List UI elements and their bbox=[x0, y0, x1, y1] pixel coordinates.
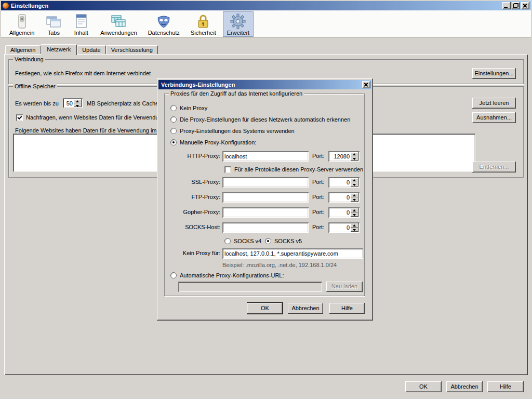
gopher-port-input[interactable] bbox=[329, 208, 350, 217]
radio-no-proxy[interactable]: Kein Proxy bbox=[170, 104, 207, 112]
radio-icon[interactable] bbox=[224, 238, 231, 244]
ask-offline-checkbox[interactable] bbox=[16, 114, 23, 121]
spin-up-icon[interactable] bbox=[351, 152, 358, 156]
spin-up-icon[interactable] bbox=[351, 208, 358, 212]
gopher-port-spinner[interactable] bbox=[328, 207, 360, 218]
ssl-port-spinner[interactable] bbox=[328, 177, 360, 188]
spin-down-icon[interactable] bbox=[351, 228, 358, 232]
toolbar-item-erweitert[interactable]: Erweitert bbox=[223, 11, 254, 37]
spin-up-icon[interactable] bbox=[74, 99, 82, 103]
radio-icon[interactable] bbox=[170, 139, 177, 145]
toolbar-item-tabs[interactable]: Tabs bbox=[41, 11, 66, 37]
radio-icon[interactable] bbox=[170, 128, 177, 134]
firefox-logo-icon bbox=[3, 3, 9, 9]
toolbar-label-inhalt: Inhalt bbox=[74, 30, 88, 36]
toolbar-item-anwendungen[interactable]: Anwendungen bbox=[96, 11, 141, 37]
restore-icon bbox=[513, 3, 518, 8]
cancel-button[interactable]: Abbrechen bbox=[446, 381, 483, 392]
general-icon bbox=[14, 13, 30, 30]
cache-spin-buttons bbox=[74, 99, 82, 107]
ask-offline-row[interactable]: Nachfragen, wenn Websites Daten für die … bbox=[16, 114, 158, 121]
toolbar-item-datenschutz[interactable]: Datenschutz bbox=[144, 11, 184, 37]
exceptions-button[interactable]: Ausnahmen... bbox=[472, 112, 516, 123]
http-port-label: Port: bbox=[312, 153, 324, 159]
spin-down-icon[interactable] bbox=[74, 103, 82, 108]
radio-manual-proxy[interactable]: Manuelle Proxy-Konfiguration: bbox=[170, 139, 256, 146]
toolbar-label-sicherheit: Sicherheit bbox=[191, 30, 216, 36]
toolbar-item-inhalt[interactable]: Inhalt bbox=[69, 11, 94, 37]
ok-button[interactable]: OK bbox=[405, 381, 442, 392]
reload-button[interactable]: Neu laden bbox=[326, 282, 363, 292]
dialog-ok-button[interactable]: OK bbox=[247, 303, 283, 314]
share-proxy-checkbox[interactable] bbox=[224, 166, 231, 173]
http-port-spinner[interactable] bbox=[328, 151, 360, 162]
socks-host-input[interactable] bbox=[222, 222, 309, 233]
firefox-preferences-window: Einstellungen Allgemein Tabs bbox=[0, 0, 532, 399]
toolbar-label-erweitert: Erweitert bbox=[227, 30, 249, 36]
dialog-help-button[interactable]: Hilfe bbox=[329, 303, 365, 314]
socks-v5-label: SOCKS v5 bbox=[274, 238, 302, 245]
toolbar-item-sicherheit[interactable]: Sicherheit bbox=[187, 11, 220, 37]
spin-up-icon[interactable] bbox=[351, 193, 358, 197]
radio-icon[interactable] bbox=[265, 238, 271, 244]
auto-config-url-input[interactable] bbox=[178, 282, 322, 292]
window-controls bbox=[501, 2, 529, 9]
minimize-button[interactable] bbox=[502, 2, 511, 9]
cache-size-spinner[interactable] bbox=[63, 98, 83, 108]
offline-group-title: Offline-Speicher bbox=[13, 83, 57, 90]
remove-website-button[interactable]: Entfernen... bbox=[472, 162, 516, 172]
radio-system-proxy-label: Proxy-Einstellungen des Systems verwende… bbox=[180, 128, 295, 135]
ssl-proxy-input[interactable] bbox=[222, 177, 309, 188]
clear-cache-button[interactable]: Jetzt leeren bbox=[472, 98, 516, 109]
radio-auto-config-url[interactable]: Automatische Proxy-Konfigurations-URL: bbox=[170, 272, 284, 279]
radio-system-proxy[interactable]: Proxy-Einstellungen des Systems verwende… bbox=[170, 127, 295, 135]
socks-port-input[interactable] bbox=[329, 223, 350, 232]
tab-update[interactable]: Update bbox=[77, 45, 105, 54]
spin-down-icon[interactable] bbox=[351, 212, 358, 217]
http-proxy-label: HTTP-Proxy: bbox=[170, 153, 220, 159]
content-icon bbox=[73, 13, 89, 30]
radio-icon[interactable] bbox=[170, 116, 177, 123]
radio-auto-detect[interactable]: Die Proxy-Einstellungen für dieses Netzw… bbox=[170, 116, 350, 123]
spin-down-icon[interactable] bbox=[351, 156, 358, 161]
radio-manual-proxy-label: Manuelle Proxy-Konfiguration: bbox=[180, 139, 256, 146]
share-proxy-row[interactable]: Für alle Protokolle diesen Proxy-Server … bbox=[224, 166, 363, 173]
spin-up-icon[interactable] bbox=[351, 223, 358, 228]
dialog-cancel-button[interactable]: Abbrechen bbox=[288, 303, 323, 314]
radio-socks-v5[interactable]: SOCKS v5 bbox=[265, 237, 302, 245]
http-port-input[interactable] bbox=[329, 152, 350, 161]
ftp-port-label: Port: bbox=[312, 194, 324, 201]
tab-verschluesselung[interactable]: Verschlüsselung bbox=[106, 45, 158, 54]
toolbar-item-allgemein[interactable]: Allgemein bbox=[5, 11, 38, 37]
ftp-port-spinner[interactable] bbox=[328, 192, 360, 203]
socks-port-spinner[interactable] bbox=[328, 222, 360, 233]
toolbar-label-tabs: Tabs bbox=[48, 30, 60, 36]
spin-buttons bbox=[351, 208, 358, 217]
tab-netzwerk[interactable]: Netzwerk bbox=[41, 44, 77, 55]
no-proxy-for-input[interactable] bbox=[222, 248, 363, 259]
spin-down-icon[interactable] bbox=[351, 182, 358, 187]
ftp-proxy-input[interactable] bbox=[222, 192, 309, 203]
help-button[interactable]: Hilfe bbox=[487, 381, 524, 392]
close-button[interactable] bbox=[521, 2, 529, 9]
ftp-port-input[interactable] bbox=[329, 193, 350, 202]
ask-offline-label: Nachfragen, wenn Websites Daten für die … bbox=[26, 114, 158, 121]
cache-size-input[interactable] bbox=[64, 99, 73, 107]
restore-button[interactable] bbox=[512, 2, 520, 9]
spin-down-icon[interactable] bbox=[351, 197, 358, 202]
radio-icon[interactable] bbox=[170, 105, 177, 111]
ssl-port-input[interactable] bbox=[329, 178, 350, 187]
spin-up-icon[interactable] bbox=[351, 178, 358, 182]
tab-allgemein[interactable]: Allgemein bbox=[5, 45, 41, 54]
gopher-proxy-input[interactable] bbox=[222, 207, 309, 218]
connection-settings-button[interactable]: Einstellungen... bbox=[472, 68, 516, 79]
radio-icon[interactable] bbox=[170, 272, 177, 278]
ssl-proxy-label: SSL-Proxy: bbox=[170, 179, 220, 185]
advanced-tabstrip: Allgemein Netzwerk Update Verschlüsselun… bbox=[5, 44, 158, 55]
radio-socks-v4[interactable]: SOCKS v4 bbox=[224, 237, 261, 245]
window-title: Einstellungen bbox=[11, 3, 501, 9]
socks-host-label: SOCKS-Host: bbox=[170, 224, 220, 231]
ssl-port-label: Port: bbox=[312, 179, 324, 185]
dialog-close-button[interactable] bbox=[362, 81, 370, 88]
http-proxy-input[interactable] bbox=[222, 151, 309, 162]
